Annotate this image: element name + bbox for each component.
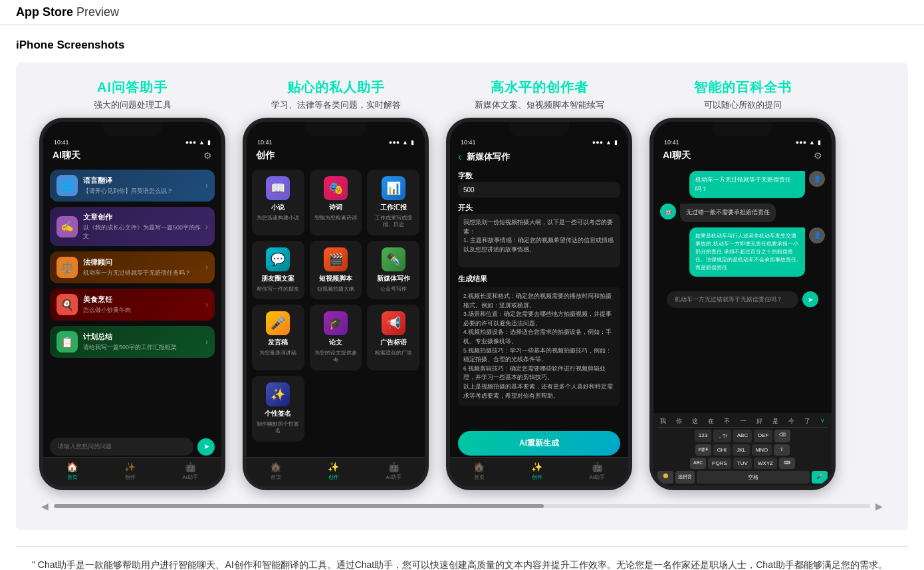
key-wxyz[interactable]: WXYZ xyxy=(754,458,777,469)
status-bar-1: 10:41 ●●● ▲ ▮ xyxy=(43,135,221,147)
nav-create-3[interactable]: ✨创作 xyxy=(531,462,542,481)
screenshots-row: AI问答助手 强大的问题处理工具 10:41 ●●● ▲ ▮ xyxy=(36,78,888,490)
key-emoji[interactable]: 😊 xyxy=(657,471,673,484)
chat-item-desc-3: 机动车一方无过错就等于无赔偿任务吗？ xyxy=(83,269,205,277)
chat-item-left-2: ✍️ 文章创作 以《我的成长心文件》为题写一篇500字的作文 xyxy=(57,212,205,241)
input-area-1: 请输入您想问的问题 ➤ xyxy=(50,438,215,456)
chat-item-writing[interactable]: ✍️ 文章创作 以《我的成长心文件》为题写一篇500字的作文 › xyxy=(50,207,215,246)
creation-speech-desc: 为您量身演讲稿 xyxy=(259,350,296,356)
phone-2-subheadline: 学习、法律等各类问题，实时解答 xyxy=(271,99,401,111)
settings-icon-4[interactable]: ⚙ xyxy=(814,150,822,161)
app-title-bar-4: AI聊天 ⚙ xyxy=(653,147,832,166)
result-label: 生成结果 xyxy=(458,274,620,284)
header-title: App Store Preview xyxy=(16,5,119,19)
msg-user-1: 👤 机动车一方无过错就等于无赔偿责任吗？ xyxy=(660,171,825,198)
creation-slogan[interactable]: 📢 广告标语 检索适合的广告 xyxy=(367,305,419,370)
header-title-bold: App Store xyxy=(16,5,73,19)
word-count-section: 字数 500 xyxy=(458,171,620,198)
nav-ai-3[interactable]: 🤖AI助手 xyxy=(589,462,605,481)
phone-card-3: 高水平的创作者 新媒体文案、短视频脚本智能续写 10:41 ●●● ▲ ▮ xyxy=(443,78,635,490)
creation-media[interactable]: ✒️ 新媒体写作 公众号写作 xyxy=(367,241,419,299)
chat-item-text-5: 计划总结 请给我写一篇500字的工作汇报框架 xyxy=(83,332,205,352)
home-icon-3: 🏠 xyxy=(473,462,485,472)
wifi-icon: ▲ xyxy=(199,139,205,146)
chat-item-title-3: 法律顾问 xyxy=(83,257,205,267)
send-button-4[interactable]: ➤ xyxy=(802,291,818,307)
key-tuv[interactable]: TUV xyxy=(733,458,752,469)
chat-input-1[interactable]: 请输入您想问的问题 xyxy=(50,438,193,456)
msg-bubble-user-1: 机动车一方无过错就等于无赔偿责任吗？ xyxy=(689,171,805,198)
description-text: " Chat助手是一款能够帮助用户进行智能聊天、AI创作和智能翻译的工具。通过C… xyxy=(32,557,892,570)
key-comma[interactable]: ，?! xyxy=(713,430,731,442)
chevron-right-4: › xyxy=(205,300,208,309)
nav-home-2[interactable]: 🏠首页 xyxy=(270,462,281,481)
key-pqrs[interactable]: PQRS xyxy=(708,458,731,469)
creation-thesis-desc: 为您的论文提供参考 xyxy=(314,350,358,364)
status-bar-3: 10:41 ●●● ▲ ▮ xyxy=(450,135,628,147)
chat-item-cooking[interactable]: 🍳 美食烹饪 怎么做小炒黄牛肉 › xyxy=(50,289,215,321)
nav-ai-1[interactable]: 🤖AI助手 xyxy=(182,462,198,481)
chat-item-law[interactable]: ⚖️ 法律顾问 机动车一方无过错就等于无赔偿任务吗？ › xyxy=(50,251,215,283)
chat-item-title-5: 计划总结 xyxy=(83,332,205,342)
creation-signature[interactable]: ✨ 个性签名 制作幽默的个性签名 xyxy=(252,376,304,442)
key-abc2[interactable]: ABC xyxy=(690,458,706,469)
creation-novel[interactable]: 📖 小说 为您迅速构建小说 xyxy=(252,170,304,235)
chat-item-left-1: 🌐 语言翻译 【请开心见到你】用英语怎么说？ xyxy=(57,175,205,196)
key-send[interactable]: 🎤 xyxy=(812,471,828,484)
key-jkl[interactable]: JKL xyxy=(733,444,750,456)
creation-thesis[interactable]: 🎓 论文 为您的论文提供参考 xyxy=(310,305,362,370)
chat-item-plan[interactable]: 📋 计划总结 请给我写一篇500字的工作汇报框架 › xyxy=(50,326,215,358)
creation-novel-icon: 📖 xyxy=(266,176,290,200)
chat-item-translate[interactable]: 🌐 语言翻译 【请开心见到你】用英语怎么说？ › xyxy=(50,170,215,202)
creation-social-icon: 💬 xyxy=(266,247,290,271)
back-button[interactable]: ‹ xyxy=(458,151,461,163)
nav-home-3[interactable]: 🏠首页 xyxy=(473,462,485,481)
key-ghi[interactable]: GHI xyxy=(713,444,731,456)
creation-speech-icon: 🎤 xyxy=(266,311,290,335)
phone-screen-3: 10:41 ●●● ▲ ▮ ‹ 新媒体写作 xyxy=(450,122,628,486)
nav-ai-2[interactable]: 🤖AI助手 xyxy=(386,462,402,481)
key-extra[interactable]: ⌨ xyxy=(779,458,795,469)
key-delete[interactable]: ⌫ xyxy=(774,430,790,442)
app-title-bar-2: 创作 xyxy=(247,147,425,166)
creation-report[interactable]: 📊 工作汇报 工作成果写成缓报、日志 xyxy=(367,170,419,235)
word-count-input[interactable]: 500 xyxy=(458,182,620,198)
creation-social-desc: 帮你写一件的朋友 xyxy=(257,286,299,293)
key-hashtag[interactable]: #@¥ xyxy=(695,444,711,456)
scroll-left-arrow[interactable]: ◀ xyxy=(41,501,49,511)
phone-frame-2: 10:41 ●●● ▲ ▮ 创作 xyxy=(243,118,429,490)
key-123[interactable]: 123 xyxy=(695,430,711,442)
wifi-icon-2: ▲ xyxy=(402,139,408,146)
key-up-arrow[interactable]: ⇧ xyxy=(774,444,790,456)
chevron-right-5: › xyxy=(205,337,208,347)
keyboard-candidates: 我 你 这 在 不 — 好 是 今 了 ∨ xyxy=(657,416,828,428)
key-mno[interactable]: MNO xyxy=(752,444,772,456)
creation-video[interactable]: 🎬 短视频脚本 短视频拍摄大纲 xyxy=(310,241,362,299)
key-abc[interactable]: ABC xyxy=(733,430,752,442)
status-time-1: 10:41 xyxy=(54,139,69,146)
scroll-right-arrow[interactable]: ▶ xyxy=(875,501,883,511)
settings-icon-1[interactable]: ⚙ xyxy=(203,150,212,161)
main-content: iPhone Screenshots AI问答助手 强大的问题处理工具 10:4… xyxy=(0,25,924,570)
word-count-label: 字数 xyxy=(458,171,620,181)
creation-social[interactable]: 💬 朋友圈文案 帮你写一件的朋友 xyxy=(252,241,304,299)
key-voice[interactable]: 选拼音 xyxy=(675,471,695,484)
chat-input-4[interactable]: 机动车一方无过错就等于无赔偿责任吗？ xyxy=(667,291,798,308)
creation-speech[interactable]: 🎤 发言稿 为您量身演讲稿 xyxy=(252,305,304,370)
phone-frame-3: 10:41 ●●● ▲ ▮ ‹ 新媒体写作 xyxy=(446,118,632,490)
creation-poetry-title: 诗词 xyxy=(329,203,342,212)
nav-create-2[interactable]: ✨创作 xyxy=(328,462,339,481)
creation-report-icon: 📊 xyxy=(382,176,405,200)
regenerate-button[interactable]: AI重新生成 xyxy=(458,431,620,456)
creation-poetry-desc: 智能为您检素诗词 xyxy=(314,215,357,221)
opening-textarea[interactable]: 我想策划一份短视频拍摄大纲，以下是一些可以考虑的要素： 1. 主题和故事情感：确… xyxy=(458,214,620,267)
key-space[interactable]: 空格 xyxy=(697,471,810,484)
phone-screen-1: 10:41 ●●● ▲ ▮ AI聊天 ⚙ xyxy=(43,122,221,486)
nav-home-1[interactable]: 🏠首页 xyxy=(66,462,78,481)
bot-avatar-1: 🤖 xyxy=(660,204,676,219)
send-button-1[interactable]: ➤ xyxy=(197,438,215,456)
nav-create-1[interactable]: ✨创作 xyxy=(124,462,136,481)
key-def[interactable]: DEF xyxy=(754,430,772,442)
phone-notch-1 xyxy=(102,122,162,136)
creation-poetry[interactable]: 🎭 诗词 智能为您检素诗词 xyxy=(310,170,362,235)
